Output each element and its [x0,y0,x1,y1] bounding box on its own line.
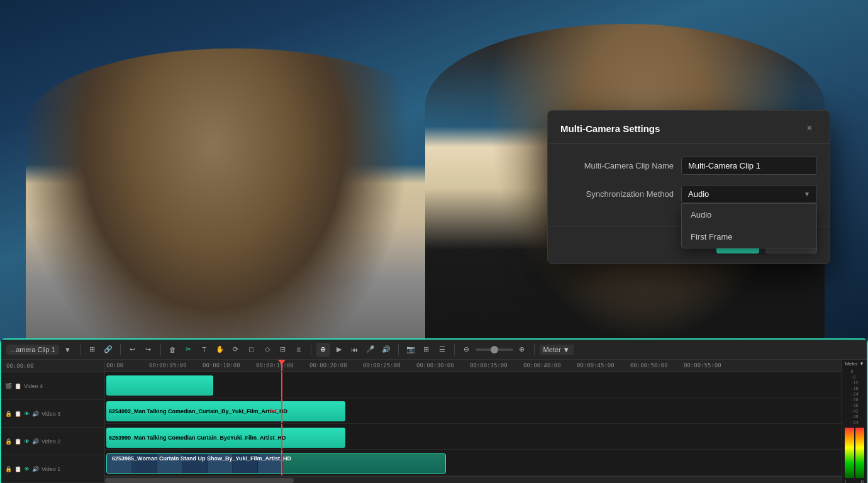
sync-method-chevron: ▼ [804,191,810,197]
multicam-settings-dialog: Multi-Camera Settings × Multi-Camera Cli… [547,110,830,264]
sync-method-dropdown: Audio First Frame [681,203,817,248]
dropdown-first-frame-label: First Frame [691,232,732,242]
clip-name-row: Multi-Camera Clip Name [560,157,817,175]
dialog-body: Multi-Camera Clip Name Synchronization M… [548,144,830,226]
dialog-close-button[interactable]: × [802,121,817,136]
sync-method-label: Synchronization Method [560,189,674,199]
sync-method-value: Audio [688,189,709,199]
clip-name-input[interactable] [681,157,817,175]
clip-name-label: Multi-Camera Clip Name [560,161,674,170]
dropdown-item-audio[interactable]: Audio [682,204,816,226]
dropdown-audio-label: Audio [691,210,711,219]
dialog-title: Multi-Camera Settings [560,123,660,134]
dialog-overlay: Multi-Camera Settings × Multi-Camera Cli… [0,0,868,483]
sync-method-select[interactable]: Audio ▼ Audio First Frame [681,185,817,203]
dropdown-item-first-frame[interactable]: First Frame [682,226,816,248]
dialog-header: Multi-Camera Settings × [548,111,830,144]
sync-method-row: Synchronization Method Audio ▼ Audio Fir… [560,185,817,203]
sync-method-display[interactable]: Audio ▼ [681,185,817,203]
